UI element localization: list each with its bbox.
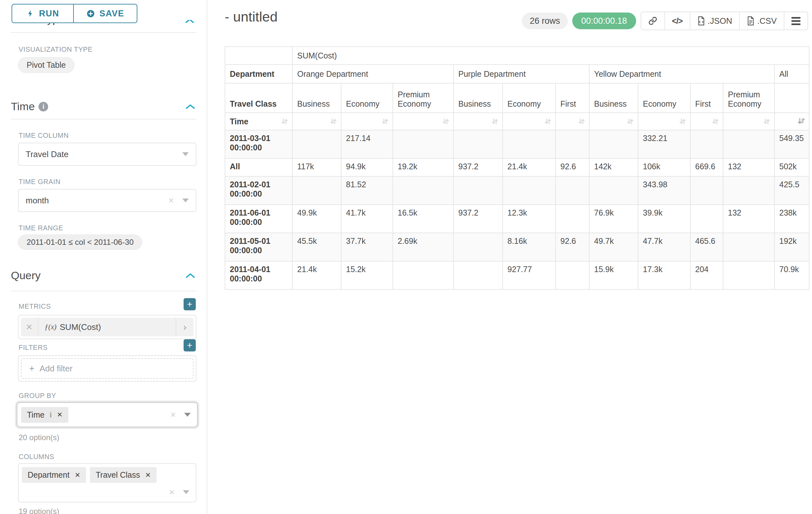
collapse-chevron-clipped[interactable] — [185, 20, 195, 23]
time-range-pill[interactable]: 2011-01-01 ≤ col < 2011-06-30 — [18, 235, 142, 250]
sort-icon — [577, 117, 586, 126]
columns-tag[interactable]: Department ✕ — [22, 467, 86, 483]
viz-type-pill[interactable]: Pivot Table — [18, 57, 75, 73]
value-cell — [723, 130, 775, 158]
column-sort-cell[interactable] — [341, 113, 393, 130]
sort-row: Time — [225, 113, 809, 130]
columns-tag[interactable]: Travel Class ✕ — [90, 467, 156, 483]
column-sort-cell[interactable] — [690, 113, 723, 130]
metric-pill[interactable]: ✕ ƒ(x) SUM(Cost) › — [21, 318, 194, 336]
remove-tag-icon[interactable]: ✕ — [57, 411, 63, 418]
value-cell: 21.4k — [502, 158, 556, 177]
sort-icon — [491, 117, 499, 126]
columns-select[interactable]: Department ✕ Travel Class ✕ × — [18, 463, 196, 503]
col-header: Economy — [341, 83, 393, 113]
chevron-up-icon — [185, 20, 195, 23]
col-header: Business — [454, 83, 502, 113]
row-label: 2011-03-01 00:00:00 — [225, 130, 292, 158]
column-sort-cell[interactable] — [454, 113, 502, 130]
value-cell — [723, 233, 775, 261]
value-cell: 92.6 — [556, 233, 589, 261]
menu-button[interactable] — [784, 12, 808, 30]
col-group-header: Orange Department — [292, 64, 454, 83]
columns-label: COLUMNS — [19, 453, 54, 461]
export-json-button[interactable]: .JSON — [690, 12, 740, 30]
add-metric-button[interactable]: + — [183, 298, 196, 310]
value-cell: 132 — [723, 158, 775, 177]
add-filter-label: Add filter — [39, 364, 72, 374]
clear-icon[interactable]: × — [169, 487, 175, 497]
column-sort-cell[interactable] — [589, 113, 638, 130]
chevron-down-icon — [184, 413, 191, 417]
value-cell: 549.35 — [775, 130, 809, 158]
csv-label: .CSV — [757, 16, 777, 26]
time-axis-label: Time — [230, 117, 249, 126]
value-cell: 502k — [775, 158, 809, 177]
pivot-table: SUM(Cost) Department Orange Department P… — [225, 46, 809, 290]
section-collapse-chevron[interactable] — [185, 273, 195, 278]
filters-label: FILTERS — [19, 344, 48, 352]
viz-type-label: VISUALIZATION TYPE — [19, 46, 92, 54]
value-cell: 49.9k — [292, 205, 341, 233]
table-row: 2011-02-01 00:00:0081.52343.98425.5 — [225, 177, 809, 205]
value-cell: 8.16k — [502, 233, 556, 261]
column-sort-cell[interactable] — [502, 113, 556, 130]
column-sort-cell[interactable] — [775, 113, 809, 130]
table-row: All117k94.9k19.2k937.221.4k92.6142k106k6… — [225, 158, 809, 177]
time-column-select[interactable]: Travel Date — [18, 143, 196, 166]
query-section-header: Query — [11, 269, 195, 282]
col-header: Premium Economy — [393, 83, 454, 113]
remove-metric-icon[interactable]: ✕ — [21, 318, 38, 336]
time-sort-cell[interactable]: Time — [225, 113, 292, 130]
add-filter-plus-button[interactable]: + — [183, 339, 196, 351]
table-row: 2011-03-01 00:00:00217.14332.21549.35 — [225, 130, 809, 158]
time-grain-value: month — [26, 196, 49, 206]
remove-tag-icon[interactable]: ✕ — [75, 471, 81, 479]
clear-icon[interactable]: × — [168, 196, 174, 205]
clear-icon[interactable]: × — [170, 410, 176, 420]
column-sort-cell[interactable] — [638, 113, 690, 130]
expand-metric-chevron[interactable]: › — [176, 318, 194, 336]
col-header-empty — [775, 83, 809, 113]
save-button[interactable]: SAVE — [73, 4, 137, 23]
value-cell — [723, 177, 775, 205]
value-cell — [393, 130, 454, 158]
column-sort-cell[interactable] — [556, 113, 589, 130]
value-cell — [502, 177, 556, 205]
column-sort-cell[interactable] — [393, 113, 454, 130]
tag-label: Department — [28, 470, 70, 480]
section-collapse-chevron[interactable] — [185, 104, 195, 110]
divider — [11, 119, 196, 119]
value-cell: 12.3k — [502, 205, 556, 233]
col-header: Economy — [638, 83, 690, 113]
column-sort-cell[interactable] — [292, 113, 341, 130]
view-query-button[interactable]: </> — [665, 12, 690, 30]
query-section-title: Query — [11, 269, 41, 282]
group-by-select[interactable]: Time i ✕ × — [17, 402, 198, 427]
department-header-row: Department Orange Department Purple Depa… — [225, 64, 809, 83]
time-grain-select[interactable]: month × — [18, 189, 196, 212]
add-filter-button[interactable]: + Add filter — [21, 358, 194, 379]
share-link-button[interactable] — [641, 12, 665, 30]
sort-icon — [381, 117, 389, 126]
run-button[interactable]: RUN — [11, 4, 74, 23]
chevron-down-icon — [182, 198, 189, 202]
travel-class-header-row: Travel Class Business Economy Premium Ec… — [225, 83, 809, 113]
sort-icon — [711, 117, 720, 126]
col-header: Business — [589, 83, 638, 113]
value-cell: 465.6 — [690, 233, 723, 261]
metric-header-row: SUM(Cost) — [225, 47, 809, 64]
chart-title[interactable]: - untitled — [225, 9, 278, 25]
group-by-tag[interactable]: Time i ✕ — [21, 407, 68, 423]
value-cell: 669.6 — [690, 158, 723, 177]
value-cell — [690, 205, 723, 233]
chart-header-actions: 26 rows 00:00:00.18 </> .JSON .CSV — [522, 11, 808, 30]
value-cell: 45.5k — [292, 233, 341, 261]
remove-tag-icon[interactable]: ✕ — [145, 471, 151, 479]
column-sort-cell[interactable] — [723, 113, 775, 130]
value-cell: 49.7k — [589, 233, 638, 261]
export-csv-button[interactable]: .CSV — [740, 12, 784, 30]
col-header: Economy — [502, 83, 556, 113]
value-cell: 19.2k — [393, 158, 454, 177]
chart-panel: - untitled 26 rows 00:00:00.18 </> .JSON… — [208, 0, 812, 514]
